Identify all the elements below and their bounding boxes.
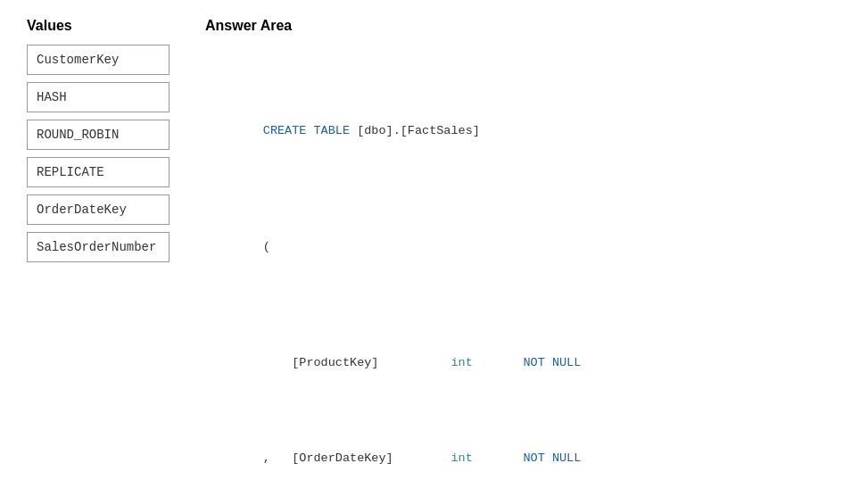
code-block: CREATE TABLE [dbo].[FactSales] ( [Produc… [205, 45, 841, 480]
col-orderdatekey: , [OrderDateKey] int NOT NULL [205, 430, 841, 480]
col-gap-1 [473, 356, 524, 369]
col-gap-2 [473, 451, 524, 465]
value-box-salesordernumber[interactable]: SalesOrderNumber [27, 232, 169, 262]
answer-column: Answer Area CREATE TABLE [dbo].[FactSale… [205, 18, 841, 480]
main-container: Values CustomerKey HASH ROUND_ROBIN REPL… [27, 18, 841, 480]
col-productkey: [ProductKey] int NOT NULL [205, 334, 841, 392]
type-int-2: int [451, 451, 472, 465]
value-box-round-robin[interactable]: ROUND_ROBIN [27, 120, 169, 150]
create-table-line: CREATE TABLE [dbo].[FactSales] [205, 103, 841, 161]
notnull-1: NOT NULL [523, 356, 581, 369]
value-box-hash[interactable]: HASH [27, 82, 169, 112]
table-name: [dbo].[FactSales] [357, 124, 480, 137]
col-prefix-1: [ProductKey] [263, 356, 451, 369]
value-box-customerkey[interactable]: CustomerKey [27, 45, 169, 75]
open-paren: ( [263, 240, 270, 253]
notnull-2: NOT NULL [523, 451, 581, 465]
type-int-1: int [451, 356, 472, 369]
values-title: Values [27, 18, 169, 34]
answer-title: Answer Area [205, 18, 841, 34]
value-box-replicate[interactable]: REPLICATE [27, 157, 169, 187]
values-column: Values CustomerKey HASH ROUND_ROBIN REPL… [27, 18, 169, 269]
open-paren-line: ( [205, 218, 841, 276]
col-prefix-2: , [OrderDateKey] [263, 451, 451, 465]
value-box-orderdatekey[interactable]: OrderDateKey [27, 194, 169, 225]
create-keyword: CREATE TABLE [263, 124, 357, 137]
